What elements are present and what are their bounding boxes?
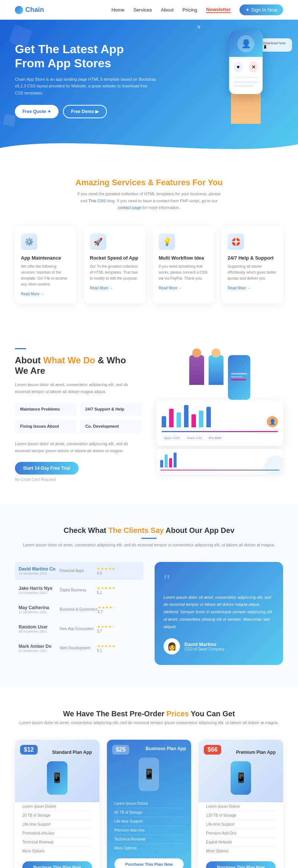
- price-feature-1-4: Technical Renewal: [114, 835, 184, 844]
- price-feature-0-2: Life-time Support: [22, 820, 92, 829]
- features-link2[interactable]: contact page: [118, 205, 141, 210]
- test-date-4: 01 November 2021: [19, 649, 60, 653]
- test-item-4[interactable]: Mark Amber Do 01 November 2021 Web Devel…: [15, 639, 143, 657]
- about-line: [15, 348, 26, 349]
- features-title: Amazing Services & Features For You: [15, 178, 283, 187]
- hero-free-demo-button[interactable]: Free Demo ▶: [63, 105, 107, 118]
- test-stars-1: ★★★★★: [97, 586, 115, 591]
- no-credit-label: No Credit Card Required: [15, 478, 142, 482]
- test-score-0: 4.5: [97, 571, 115, 575]
- hero-wave-bottom: [0, 133, 298, 155]
- phone-close-button[interactable]: ✕: [249, 61, 258, 73]
- price-feature-1-2: Life-time Support: [114, 817, 184, 826]
- dashboard-card-main: 👤 Apps +12% Users 4.2k Rev $98k: [156, 400, 283, 446]
- price-feature-0-0: Lorem Ipsum Dolore: [22, 802, 92, 811]
- nav-about[interactable]: About: [161, 7, 174, 13]
- about-item-3: Co. Development: [80, 419, 142, 433]
- test-item-1[interactable]: Jake Harris Nyo 29 November 2021 Digital…: [15, 581, 143, 599]
- price-body-1: Lorem Ipsum Dolore 60 TB of Storage Life…: [107, 799, 191, 852]
- feature-readmore-3[interactable]: Read More →: [228, 286, 277, 290]
- price-feature-1-5: More Options: [114, 844, 184, 852]
- about-visual-container: 👤 Apps +12% Users 4.2k Rev $98k: [156, 355, 283, 474]
- mini-bars: [160, 453, 279, 467]
- price-btn-2[interactable]: Purchase This Plan Now: [206, 861, 276, 868]
- feature-desc-0: We offer the following services: maintai…: [21, 264, 70, 287]
- hero-free-quote-button[interactable]: Free Quote ✦: [15, 105, 58, 118]
- about-title-pre: About: [15, 355, 43, 365]
- nav-signin-button[interactable]: ✦ Sign In Now: [240, 4, 283, 15]
- price-phone-0: 📱: [22, 761, 92, 795]
- phone-header: 👤: [229, 31, 263, 57]
- test-cat-0: Financial Apps: [60, 569, 97, 573]
- price-feature-1-0: Lorem Ipsum Dolore: [114, 799, 184, 808]
- bar3: [177, 412, 181, 427]
- quote-text: Lorem ipsum dolor sit amet, consectetur …: [164, 594, 274, 631]
- quote-author-role: CEO of Davet Company: [184, 647, 224, 651]
- mini-bar3: [169, 458, 172, 467]
- features-title-highlight: Services & Features: [112, 178, 190, 187]
- nav-home[interactable]: Home: [111, 7, 124, 13]
- test-title: Check What The Clients Say About Our App…: [15, 526, 283, 535]
- logo-text: Chain: [25, 6, 44, 14]
- feature-card-0: ⚙️ App Maintenance We offer the followin…: [15, 226, 76, 303]
- person2: [209, 355, 224, 385]
- phone-love-button[interactable]: ♥: [234, 61, 243, 73]
- price-badge-2: $66: [204, 745, 221, 755]
- feature-desc-1: Go! To the greatest collection of HTML t…: [90, 264, 139, 282]
- price-feature-2-0: Lorem Ipsum Dolore: [206, 802, 276, 811]
- test-item-3[interactable]: Random User 08 November 2021 New App Eco…: [15, 620, 143, 638]
- trial-button[interactable]: Start 14-Day Free Trial: [15, 462, 79, 475]
- paper-plane-icon: ✈: [195, 23, 203, 31]
- test-subtitle: Lorem ipsum dolor sit amet, consectetur …: [15, 543, 283, 547]
- person1-head: [192, 348, 201, 357]
- price-btn-1[interactable]: Purchase This Plan Now: [114, 858, 184, 868]
- phone-bar1: [234, 81, 258, 83]
- nav-newsletter[interactable]: Newsletter: [206, 7, 231, 13]
- phone-bar2: [234, 85, 254, 87]
- price-btn-0[interactable]: Purchase This Plan Now: [22, 861, 92, 868]
- feature-readmore-1[interactable]: Read More →: [90, 286, 139, 290]
- nav-logo[interactable]: Chain: [15, 6, 44, 14]
- price-body-2: Lorem Ipsum Dolore 120 TB of Storage Lif…: [199, 802, 283, 855]
- about-item-0: Maintance Problems: [15, 402, 76, 416]
- quote-avatar: 👩: [164, 638, 180, 655]
- hero-buttons: Free Quote ✦ Free Demo ▶: [15, 105, 156, 118]
- nav-services[interactable]: Services: [133, 7, 152, 13]
- feature-title-1: Rocket Speed of App: [90, 255, 139, 261]
- test-name-0: David Martino Co: [19, 566, 60, 572]
- nav-pricing[interactable]: Pricing: [183, 7, 197, 13]
- features-link1[interactable]: This CSS: [88, 199, 105, 203]
- test-name-2: May Catherina: [19, 605, 60, 610]
- test-item-0[interactable]: David Martino Co 16 November 2021 Financ…: [15, 562, 143, 580]
- feature-readmore-2[interactable]: Read More →: [159, 286, 208, 290]
- feature-card-3: 🛟 24/7 Help & Support Supporting all sta…: [222, 226, 283, 303]
- price-feature-2-1: 120 TB of Storage: [206, 811, 276, 820]
- feature-title-0: App Maintenance: [21, 255, 70, 261]
- feature-desc-2: If you need something that works, please…: [159, 264, 208, 282]
- hero-phone-visual: 👤 ♥ ✕: [209, 20, 283, 124]
- bar2: [169, 409, 174, 427]
- pricing-title-pre: We Have The Best Pre-Order: [63, 710, 167, 718]
- features-section: Amazing Services & Features For You If y…: [0, 155, 298, 326]
- price-feature-2-5: More Options: [206, 847, 276, 855]
- dashboard-card-secondary: [156, 449, 283, 474]
- feature-readmore-0[interactable]: Read More →: [21, 292, 70, 296]
- bar5: [191, 414, 196, 427]
- test-date-2: 11 November 2021: [19, 610, 60, 614]
- test-item-2[interactable]: May Catherina 11 November 2021 Business …: [15, 601, 143, 618]
- mini-bar2: [165, 454, 168, 467]
- stat1: Apps +12%: [162, 435, 182, 441]
- price-feature-2-4: Exploit Network: [206, 838, 276, 847]
- price-feature-2-2: Life-time Support: [206, 820, 276, 829]
- quote-author-name: David Martino: [184, 642, 224, 647]
- price-feature-0-1: 20 TB of Storage: [22, 811, 92, 820]
- features-grid: ⚙️ App Maintenance We offer the followin…: [15, 226, 283, 303]
- feature-icon-2: 💡: [159, 234, 175, 250]
- test-quote-card: " Lorem ipsum dolor sit amet, consectetu…: [155, 562, 283, 665]
- about-title-orange: What We Do: [43, 355, 95, 365]
- dash-bar-b: [231, 376, 242, 377]
- price-badge-0: $12: [20, 745, 38, 755]
- test-cat-4: Web Development: [60, 646, 97, 650]
- feature-title-2: Multi Workflow Idea: [159, 255, 208, 261]
- test-date-1: 29 November 2021: [19, 591, 60, 595]
